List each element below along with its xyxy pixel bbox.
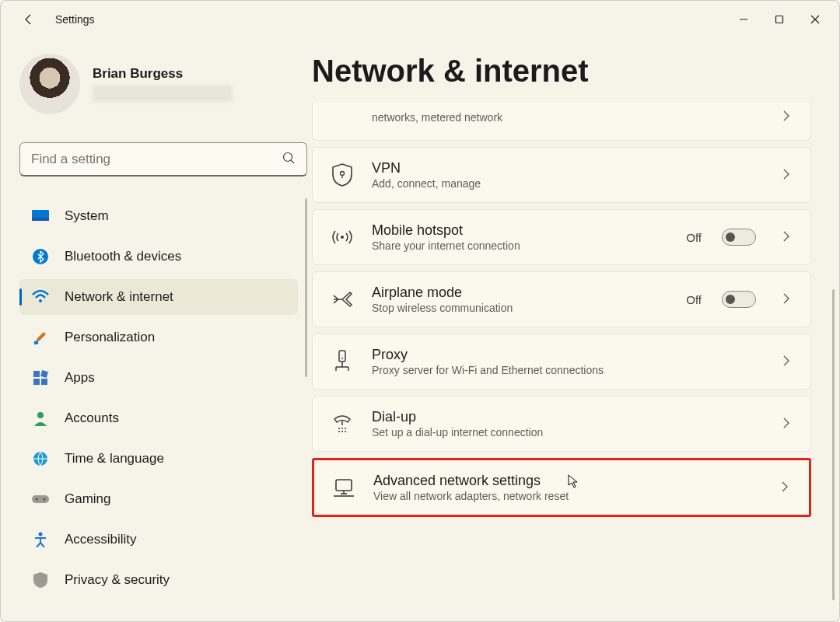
chevron-right-icon <box>782 231 795 243</box>
sidebar-item-apps[interactable]: Apps <box>19 360 298 396</box>
svg-rect-1 <box>776 16 783 23</box>
proxy-icon <box>331 351 353 372</box>
svg-point-2 <box>284 152 292 161</box>
card-subtitle: Proxy server for Wi-Fi and Ethernet conn… <box>372 364 764 376</box>
apps-icon <box>32 369 49 386</box>
minimize-button[interactable] <box>726 7 761 32</box>
svg-line-3 <box>291 160 294 163</box>
sidebar-item-accessibility[interactable]: Accessibility <box>19 522 298 557</box>
sidebar-item-system[interactable]: System <box>19 198 298 234</box>
person-icon <box>32 410 49 427</box>
hotspot-icon <box>331 226 353 248</box>
svg-point-33 <box>338 431 340 432</box>
maximize-button[interactable] <box>761 7 797 32</box>
card-subtitle: View all network adapters, network reset <box>373 490 762 502</box>
svg-point-20 <box>341 172 345 176</box>
setting-card-hotspot[interactable]: Mobile hotspot Share your internet conne… <box>312 209 811 265</box>
sidebar-item-label: Accounts <box>65 411 119 426</box>
sidebar-item-time-language[interactable]: Time & language <box>19 441 298 477</box>
sidebar-item-label: Accessibility <box>65 532 137 547</box>
search-box[interactable] <box>19 142 307 176</box>
svg-rect-11 <box>33 379 40 385</box>
card-subtitle: Stop wireless communication <box>372 302 667 314</box>
card-subtitle: Set up a dial-up internet connection <box>372 426 764 439</box>
svg-point-13 <box>37 412 44 418</box>
svg-point-18 <box>44 498 46 501</box>
svg-point-24 <box>341 358 343 359</box>
setting-card-airplane[interactable]: Airplane mode Stop wireless communicatio… <box>312 271 811 327</box>
svg-rect-5 <box>32 218 49 221</box>
wifi-icon <box>32 288 49 306</box>
card-subtitle: Share your internet connection <box>372 239 667 252</box>
svg-rect-23 <box>339 351 345 362</box>
avatar <box>19 54 80 114</box>
system-icon <box>32 208 49 225</box>
svg-rect-10 <box>40 370 48 378</box>
sidebar-item-accounts[interactable]: Accounts <box>19 400 298 436</box>
sidebar-item-label: Bluetooth & devices <box>65 249 181 264</box>
chevron-right-icon <box>782 169 795 181</box>
svg-rect-12 <box>41 379 47 385</box>
svg-point-35 <box>345 431 346 432</box>
sidebar-item-gaming[interactable]: Gaming <box>19 481 298 517</box>
network-adapter-icon <box>333 477 355 498</box>
chevron-right-icon <box>782 110 795 123</box>
sidebar: Brian Burgess System Bluetooth & devices <box>1 38 312 621</box>
profile[interactable]: Brian Burgess <box>19 54 312 114</box>
card-title: VPN <box>372 160 764 176</box>
globe-clock-icon <box>32 450 49 467</box>
paintbrush-icon <box>32 329 49 346</box>
sidebar-item-personalization[interactable]: Personalization <box>19 320 298 355</box>
svg-point-31 <box>341 428 343 429</box>
toggle-label: Off <box>686 231 702 244</box>
window-title: Settings <box>55 13 95 26</box>
vpn-shield-icon <box>331 164 353 186</box>
svg-point-19 <box>39 533 43 536</box>
search-input[interactable] <box>31 152 282 167</box>
chevron-right-icon <box>782 355 795 368</box>
toggle-label: Off <box>686 293 702 306</box>
user-name: Brian Burgess <box>93 66 233 82</box>
chevron-right-icon <box>781 481 793 494</box>
setting-card-dialup[interactable]: Dial-up Set up a dial-up internet connec… <box>312 396 811 452</box>
svg-rect-36 <box>336 480 352 491</box>
svg-rect-9 <box>33 371 40 377</box>
sidebar-item-privacy[interactable]: Privacy & security <box>19 562 298 598</box>
sidebar-item-label: System <box>65 208 109 224</box>
setting-card-wifi-partial[interactable]: networks, metered network <box>312 103 811 141</box>
sidebar-item-label: Network & internet <box>65 289 173 305</box>
svg-point-22 <box>341 236 344 239</box>
sidebar-item-network[interactable]: Network & internet <box>19 279 298 315</box>
chevron-right-icon <box>782 418 795 430</box>
card-title: Dial-up <box>372 409 764 425</box>
svg-point-17 <box>36 498 38 501</box>
main-content: Network & internet networks, metered net… <box>312 38 839 621</box>
card-title: Advanced network settings <box>373 473 762 489</box>
back-button[interactable] <box>15 5 43 33</box>
airplane-toggle[interactable] <box>722 291 756 308</box>
search-icon <box>282 151 296 168</box>
accessibility-icon <box>32 531 49 548</box>
svg-rect-16 <box>32 495 49 503</box>
card-title: Airplane mode <box>372 285 667 301</box>
card-subtitle: Add, connect, manage <box>372 177 764 190</box>
card-title: Proxy <box>372 347 764 363</box>
page-title: Network & internet <box>312 54 811 89</box>
spacer-icon <box>331 106 353 128</box>
svg-point-34 <box>341 431 343 432</box>
chevron-right-icon <box>782 293 795 306</box>
sidebar-item-label: Time & language <box>65 451 164 466</box>
setting-card-vpn[interactable]: VPN Add, connect, manage <box>312 147 811 203</box>
phone-icon <box>331 413 353 435</box>
setting-card-advanced-network[interactable]: Advanced network settings View all netwo… <box>312 458 811 517</box>
setting-card-proxy[interactable]: Proxy Proxy server for Wi-Fi and Etherne… <box>312 334 811 390</box>
sidebar-item-label: Gaming <box>65 491 111 507</box>
shield-icon <box>32 571 49 589</box>
hotspot-toggle[interactable] <box>722 229 756 246</box>
card-title: Mobile hotspot <box>372 222 667 239</box>
sidebar-item-bluetooth[interactable]: Bluetooth & devices <box>19 239 298 274</box>
nav-list: System Bluetooth & devices Network & int… <box>19 198 312 598</box>
airplane-icon <box>331 288 353 310</box>
svg-point-7 <box>39 299 42 302</box>
close-button[interactable] <box>797 7 833 32</box>
